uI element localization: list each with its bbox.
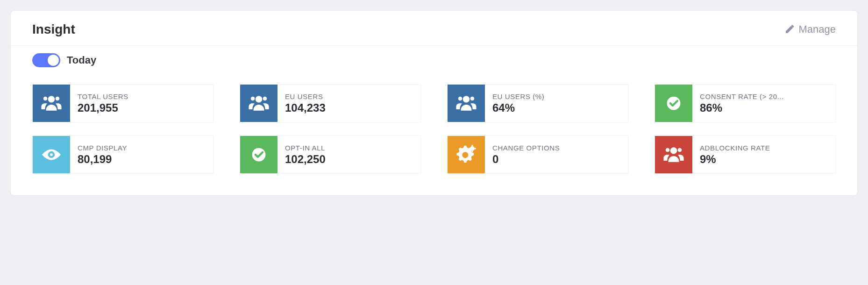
today-toggle[interactable]	[32, 53, 60, 67]
stat-consent-rate: CONSENT RATE (> 20... 86%	[655, 84, 836, 122]
stat-adblocking-rate: ADBLOCKING RATE 9%	[655, 135, 836, 174]
stat-label: EU USERS (%)	[492, 93, 544, 100]
users-icon	[33, 85, 70, 122]
stat-body: OPT-IN ALL 102,250	[277, 136, 333, 173]
check-icon	[240, 136, 277, 173]
check-icon	[655, 85, 692, 122]
stat-value: 9%	[700, 153, 770, 166]
stat-body: TOTAL USERS 201,955	[70, 85, 136, 122]
stat-value: 201,955	[78, 101, 128, 114]
stat-eu-users: EU USERS 104,233	[240, 84, 421, 122]
stat-cmp-display: CMP DISPLAY 80,199	[32, 135, 213, 174]
stat-value: 86%	[700, 101, 784, 114]
stat-value: 102,250	[285, 153, 326, 166]
toggle-knob	[48, 55, 59, 66]
stat-label: ADBLOCKING RATE	[700, 144, 770, 152]
users-icon	[655, 136, 692, 173]
manage-link[interactable]: Manage	[785, 23, 836, 36]
stat-body: EU USERS 104,233	[277, 85, 333, 122]
stat-value: 0	[492, 153, 560, 166]
stat-label: TOTAL USERS	[78, 93, 128, 100]
stat-label: OPT-IN ALL	[285, 144, 326, 152]
stat-change-options: CHANGE OPTIONS 0	[447, 135, 628, 174]
card-title: Insight	[32, 22, 75, 37]
stat-body: CMP DISPLAY 80,199	[70, 136, 135, 173]
stat-eu-users-pct: EU USERS (%) 64%	[447, 84, 628, 122]
stat-value: 80,199	[78, 153, 127, 166]
stat-label: CHANGE OPTIONS	[492, 144, 560, 152]
stat-body: ADBLOCKING RATE 9%	[692, 136, 777, 173]
edit-icon	[785, 25, 795, 34]
stat-label: EU USERS	[285, 93, 326, 100]
stat-label: CONSENT RATE (> 20...	[700, 93, 784, 100]
gears-icon	[448, 136, 485, 173]
manage-label: Manage	[798, 23, 836, 36]
stats-grid: TOTAL USERS 201,955 EU USERS 104,233 EU …	[11, 71, 857, 195]
stat-opt-in-all: OPT-IN ALL 102,250	[240, 135, 421, 174]
svg-point-12	[50, 153, 53, 156]
users-icon	[240, 85, 277, 122]
toggle-label: Today	[67, 54, 96, 66]
filter-row: Today	[11, 46, 857, 71]
eye-icon	[33, 136, 70, 173]
stat-body: EU USERS (%) 64%	[485, 85, 552, 122]
users-icon	[448, 85, 485, 122]
insight-card: Insight Manage Today TOTAL USERS 201,955	[10, 10, 858, 196]
stat-label: CMP DISPLAY	[78, 144, 127, 152]
stat-body: CONSENT RATE (> 20... 86%	[692, 85, 791, 122]
card-header: Insight Manage	[11, 11, 857, 46]
stat-body: CHANGE OPTIONS 0	[485, 136, 567, 173]
stat-total-users: TOTAL USERS 201,955	[32, 84, 213, 122]
stat-value: 104,233	[285, 101, 326, 114]
stat-value: 64%	[492, 101, 544, 114]
